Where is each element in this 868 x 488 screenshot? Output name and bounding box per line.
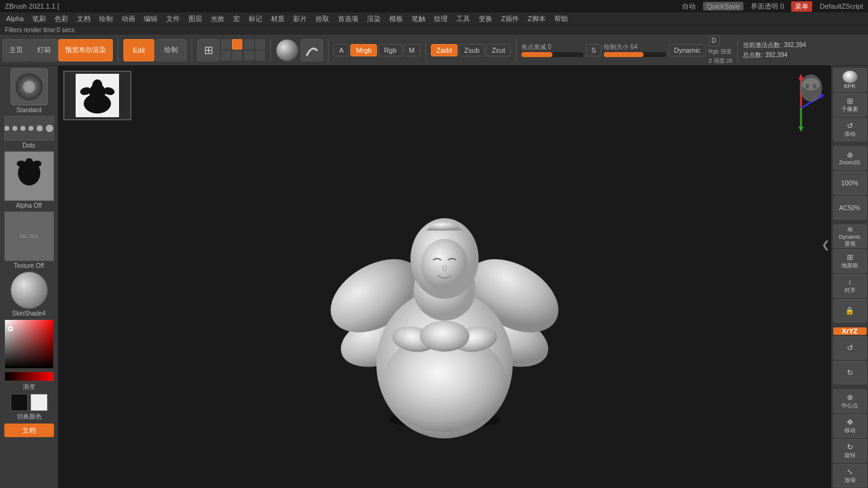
svg-point-22	[813, 84, 817, 89]
color-picker[interactable]	[4, 319, 54, 369]
mrgb-toggle[interactable]: Mrgb	[350, 44, 377, 56]
bpr-button[interactable]: BPR	[833, 68, 867, 92]
expand-arrow[interactable]: ❮	[822, 238, 830, 250]
rgb-toggle[interactable]: Rgb	[378, 44, 402, 56]
zoom50-button[interactable]: AC50%	[833, 196, 867, 220]
menu-item-Z脚本[interactable]: Z脚本	[524, 14, 549, 24]
menu-item-变换[interactable]: 变换	[475, 14, 496, 24]
mark-icon[interactable]: ⊞	[197, 39, 219, 61]
dynamic-view-button[interactable]: ≋ Dynamic 显视	[833, 224, 867, 248]
filter-icon-3[interactable]	[244, 50, 254, 61]
a-toggle[interactable]: A	[334, 44, 349, 56]
d-toggle[interactable]: D	[709, 35, 720, 47]
filter-icon-2[interactable]	[255, 39, 265, 50]
gradient-bar[interactable]	[4, 371, 54, 381]
menu-item-渲染[interactable]: 渲染	[363, 14, 384, 24]
zoom100-button[interactable]: 100%	[833, 171, 867, 195]
menu-item-工具[interactable]: 工具	[453, 14, 474, 24]
menu-item-影片[interactable]: 影片	[290, 14, 311, 24]
brush-preview[interactable]	[11, 68, 48, 105]
black-swatch[interactable]	[11, 394, 28, 411]
menu-button[interactable]: 菜单	[791, 1, 812, 12]
texture-preview[interactable]: No Tex	[4, 211, 54, 261]
menu-item-图层[interactable]: 图层	[185, 14, 206, 24]
ground-grid-button[interactable]: ⊞ 地面格	[833, 249, 867, 273]
quicksave-button[interactable]: QuickSave	[703, 2, 743, 11]
subpixel-button[interactable]: ⊞ 子像素	[833, 93, 867, 117]
sep4	[328, 39, 329, 61]
menu-item-材质[interactable]: 材质	[267, 14, 288, 24]
sphere-preview[interactable]	[276, 39, 298, 61]
rotate-ccw-button[interactable]: ↻	[833, 361, 867, 384]
dots-preview[interactable]	[4, 116, 54, 141]
menu-item-笔刷[interactable]: 笔刷	[29, 14, 50, 24]
menu-item-Alpha[interactable]: Alpha	[2, 14, 27, 23]
menu-item-帮助[interactable]: 帮助	[551, 14, 572, 24]
z-intensity-label: Z 强度 25	[709, 57, 733, 65]
tab-lightbox[interactable]: 灯箱	[30, 39, 58, 61]
bpr-icon	[843, 71, 857, 83]
layer-icon-3[interactable]	[221, 50, 231, 61]
menu-item-拾取[interactable]: 拾取	[312, 14, 333, 24]
brush-size-slider[interactable]	[604, 52, 666, 57]
canvas-area[interactable]	[58, 66, 831, 488]
mode-icons-group: ⊞	[197, 39, 265, 61]
xyz-button[interactable]: XrYZ	[833, 327, 867, 335]
zsub-toggle[interactable]: Zsub	[459, 44, 485, 56]
layer-icon-4[interactable]	[232, 50, 242, 61]
sculpture-model[interactable]	[302, 116, 587, 438]
menu-item-首选项[interactable]: 首选项	[334, 14, 362, 24]
menu-item-动画[interactable]: 动画	[118, 14, 139, 24]
menu-item-纹理[interactable]: 纹理	[430, 14, 451, 24]
dynamic-toggle[interactable]: Dynamic	[668, 44, 706, 56]
s-toggle[interactable]: S	[586, 44, 601, 56]
white-swatch[interactable]	[30, 394, 48, 411]
rotate-cw-icon: ↺	[847, 344, 853, 352]
menu-item-标记[interactable]: 标记	[245, 14, 266, 24]
menu-item-文档[interactable]: 文档	[73, 14, 94, 24]
animate-icon: ↺	[847, 122, 853, 130]
menu-item-笔触[interactable]: 笔触	[408, 14, 429, 24]
zadd-toggle[interactable]: Zadd	[431, 44, 458, 56]
align-button[interactable]: ↕ 对齐	[833, 274, 867, 298]
doc-button[interactable]: 文档	[4, 424, 54, 437]
stroke-icon[interactable]	[301, 39, 323, 61]
scale-button[interactable]: ⤡ 放缩	[833, 464, 867, 487]
move-button[interactable]: ✥ 移动	[833, 414, 867, 438]
dots-section: Dots	[2, 116, 56, 149]
menu-item-模板[interactable]: 模板	[386, 14, 407, 24]
menu-item-Z插件[interactable]: Z插件	[497, 14, 523, 24]
zcut-toggle[interactable]: Zcut	[486, 44, 510, 56]
rotate-cw-button[interactable]: ↺	[833, 336, 867, 360]
svg-point-35	[421, 239, 468, 291]
dots-label: Dots	[22, 142, 35, 149]
menu-item-宏[interactable]: 宏	[229, 14, 244, 24]
alpha-section: Alpha Off	[2, 151, 56, 209]
layer-icon-2[interactable]	[232, 39, 242, 50]
edit-button[interactable]: Edit	[123, 39, 154, 61]
right-panel: BPR ⊞ 子像素 ↺ 添动 ⊕ Zoom2D 100% AC50% ≋	[831, 66, 868, 488]
menu-item-编辑[interactable]: 编辑	[140, 14, 161, 24]
draw-button[interactable]: 绘制	[156, 39, 187, 61]
material-preview[interactable]	[11, 272, 48, 309]
m-toggle[interactable]: M	[404, 44, 420, 56]
filter-icon-4[interactable]	[255, 50, 265, 61]
menu-item-文件[interactable]: 文件	[162, 14, 184, 24]
menu-item-色彩[interactable]: 色彩	[51, 14, 72, 24]
menu-item-光效[interactable]: 光效	[207, 14, 228, 24]
center-point-button[interactable]: ⊕ 中心点	[833, 389, 867, 413]
material-section: SkinShade4	[2, 272, 56, 317]
tab-preview[interactable]: 预览布尔渲染	[58, 39, 113, 61]
main-tabs: 主页 灯箱 预览布尔渲染	[2, 39, 113, 61]
menu-item-绘制[interactable]: 绘制	[95, 14, 117, 24]
alpha-preview[interactable]	[4, 151, 54, 201]
lock-button[interactable]: 🔒	[833, 299, 867, 322]
layer-icon-1[interactable]	[221, 39, 231, 50]
zoom2d-button[interactable]: ⊕ Zoom2D	[833, 146, 867, 170]
rotate-button[interactable]: ↻ 旋转	[833, 439, 867, 463]
tab-home[interactable]: 主页	[2, 39, 30, 61]
filter-icon-1[interactable]	[244, 39, 254, 50]
animate-button[interactable]: ↺ 添动	[833, 118, 867, 141]
focal-shift-slider[interactable]	[521, 52, 583, 57]
brush-label: Standard	[16, 107, 42, 113]
